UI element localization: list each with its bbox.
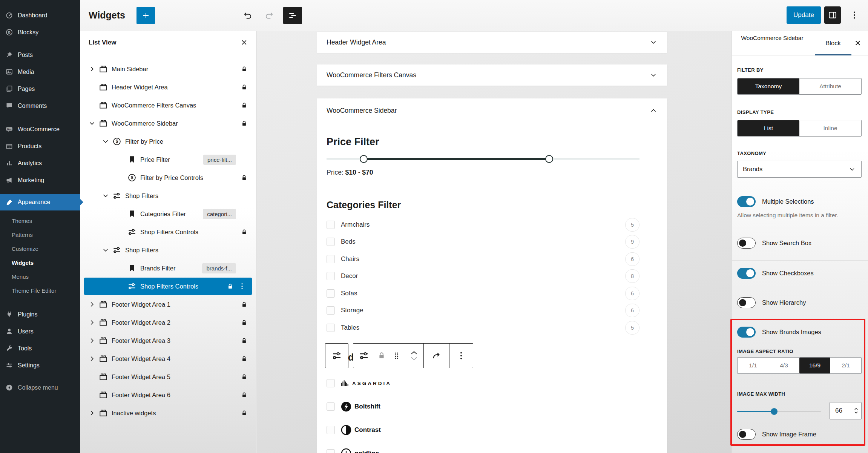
sidebar-item-tools[interactable]: Tools	[0, 340, 80, 357]
tree-row-categories-filter[interactable]: Categories Filtercategori...	[80, 205, 256, 223]
sidebar-item-dashboard[interactable]: Dashboard	[0, 7, 80, 24]
block-type-button[interactable]	[353, 344, 374, 368]
tree-row-footer-widget-area-1[interactable]: Footer Widget Area 1	[80, 295, 256, 313]
submenu-item-customize[interactable]: Customize	[0, 242, 80, 256]
tree-row-main-sidebar[interactable]: Main Sidebar	[80, 60, 256, 78]
display-type-option-inline[interactable]: Inline	[799, 120, 861, 136]
taxonomy-select[interactable]: Brands	[737, 161, 862, 178]
lock-button[interactable]	[374, 344, 389, 368]
sidebar-item-users[interactable]: Users	[0, 323, 80, 340]
sidebar-item-plugins[interactable]: Plugins	[0, 306, 80, 323]
filter-by-option-taxonomy[interactable]: Taxonomy	[738, 78, 799, 94]
aspect-option-1-1[interactable]: 1/1	[738, 358, 768, 373]
submenu-item-patterns[interactable]: Patterns	[0, 228, 80, 242]
category-checkbox[interactable]	[327, 221, 335, 229]
tree-row-footer-widget-area-6[interactable]: Footer Widget Area 6	[80, 386, 256, 404]
drag-handle[interactable]	[389, 344, 405, 368]
tree-row-shop-filters-2[interactable]: Shop Filters	[80, 241, 256, 259]
collapse-menu-button[interactable]: Collapse menu	[0, 379, 80, 396]
sidebar-item-media[interactable]: Media	[0, 63, 80, 80]
expander-icon[interactable]	[87, 409, 97, 417]
tree-row-filter-by-price[interactable]: Filter by Price	[80, 132, 256, 150]
slider-handle-max[interactable]	[545, 155, 553, 163]
category-checkbox[interactable]	[327, 272, 335, 280]
brand-checkbox[interactable]	[327, 379, 335, 387]
tree-row-shop-filters-controls[interactable]: Shop Filters Controls	[80, 223, 256, 241]
show-hierarchy-toggle[interactable]	[737, 297, 756, 308]
expander-icon[interactable]	[87, 318, 97, 327]
category-checkbox[interactable]	[327, 324, 335, 332]
brand-checkbox[interactable]	[327, 402, 335, 411]
sidebar-item-settings[interactable]: Settings	[0, 357, 80, 374]
accordion-toggle[interactable]: WooCommerce Filters Canvas	[317, 64, 667, 86]
aspect-option-4-3[interactable]: 4/3	[768, 358, 799, 373]
block-options-button[interactable]	[449, 344, 473, 368]
list-view-toggle-button[interactable]	[283, 7, 302, 24]
expander-icon[interactable]	[87, 336, 97, 345]
close-inspector-button[interactable]	[853, 38, 862, 48]
accordion-toggle[interactable]: WooCommerce Sidebar	[317, 98, 667, 123]
show-search-box-toggle[interactable]	[737, 238, 756, 249]
tree-row-footer-widget-area-3[interactable]: Footer Widget Area 3	[80, 332, 256, 350]
slider-handle-min[interactable]	[360, 155, 368, 163]
tree-row-header-widget-area[interactable]: Header Widget Area	[80, 78, 256, 96]
redo-button[interactable]	[261, 7, 277, 24]
sidebar-item-comments[interactable]: Comments	[0, 97, 80, 114]
sidebar-item-analytics[interactable]: Analytics	[0, 155, 80, 172]
category-checkbox[interactable]	[327, 255, 335, 263]
expander-icon[interactable]	[101, 137, 110, 146]
expander-icon[interactable]	[87, 300, 97, 309]
tree-row-inactive-widgets[interactable]: Inactive widgets	[80, 404, 256, 422]
category-checkbox[interactable]	[327, 238, 335, 246]
tree-row-wc-filters-canvas[interactable]: WooCommerce Filters Canvas	[80, 96, 256, 114]
tree-row-footer-widget-area-4[interactable]: Footer Widget Area 4	[80, 350, 256, 368]
sidebar-item-blocksy[interactable]: Blocksy	[0, 24, 80, 41]
tree-row-footer-widget-area-5[interactable]: Footer Widget Area 5	[80, 368, 256, 386]
tree-row-shop-filters[interactable]: Shop Filters	[80, 187, 256, 205]
sidebar-item-products[interactable]: Products	[0, 138, 80, 155]
close-list-view-button[interactable]	[240, 38, 248, 47]
submenu-item-theme-file-editor[interactable]: Theme File Editor	[0, 284, 80, 298]
submenu-item-themes[interactable]: Themes	[0, 214, 80, 228]
move-up-down-control[interactable]	[405, 344, 423, 368]
parent-block-selector-button[interactable]	[325, 343, 348, 368]
tree-row-price-filter[interactable]: Price Filterprice-filt...	[80, 150, 256, 169]
aspect-option-2-1[interactable]: 2/1	[830, 358, 861, 373]
display-type-option-list[interactable]: List	[738, 120, 799, 136]
expander-icon[interactable]	[87, 119, 97, 127]
brand-checkbox[interactable]	[327, 426, 335, 434]
show-image-frame-toggle[interactable]	[737, 429, 756, 440]
number-stepper[interactable]	[853, 407, 859, 415]
tree-row-shop-filters-controls-selected[interactable]: Shop Filters Controls	[80, 277, 256, 295]
tree-row-filter-by-price-controls[interactable]: Filter by Price Controls	[80, 169, 256, 187]
submenu-item-menus[interactable]: Menus	[0, 270, 80, 284]
sidebar-item-appearance[interactable]: Appearance	[0, 194, 80, 210]
update-button[interactable]: Update	[787, 6, 821, 24]
expander-icon[interactable]	[101, 246, 110, 254]
move-to-button[interactable]	[424, 344, 449, 368]
tree-row-brands-filter[interactable]: Brands Filterbrands-f...	[80, 259, 256, 277]
slider-thumb[interactable]	[771, 408, 778, 415]
filter-by-option-attribute[interactable]: Attribute	[799, 78, 861, 94]
tab-block[interactable]: Block	[815, 31, 851, 55]
brand-checkbox[interactable]	[327, 449, 335, 453]
block-inserter-button[interactable]	[136, 7, 155, 24]
row-options-button[interactable]	[238, 282, 246, 290]
sidebar-item-woocommerce[interactable]: WooCommerce	[0, 121, 80, 138]
submenu-item-widgets[interactable]: Widgets	[0, 256, 80, 270]
undo-button[interactable]	[240, 7, 256, 24]
aspect-option-16-9[interactable]: 16/9	[799, 358, 830, 373]
expander-icon[interactable]	[101, 192, 110, 200]
accordion-toggle[interactable]: Header Widget Area	[317, 32, 667, 53]
show-checkboxes-toggle[interactable]	[737, 268, 756, 279]
category-checkbox[interactable]	[327, 289, 335, 298]
tab-woocommerce-sidebar[interactable]: WooCommerce Sidebar	[739, 34, 806, 42]
category-checkbox[interactable]	[327, 306, 335, 315]
sidebar-item-pages[interactable]: Pages	[0, 80, 80, 97]
options-menu-button[interactable]	[846, 6, 863, 24]
sidebar-item-posts[interactable]: Posts	[0, 46, 80, 63]
show-brands-images-toggle[interactable]	[737, 327, 756, 338]
tree-row-wc-sidebar[interactable]: WooCommerce Sidebar	[80, 114, 256, 132]
image-max-width-input[interactable]	[830, 407, 853, 415]
multiple-selections-toggle[interactable]	[737, 196, 756, 207]
